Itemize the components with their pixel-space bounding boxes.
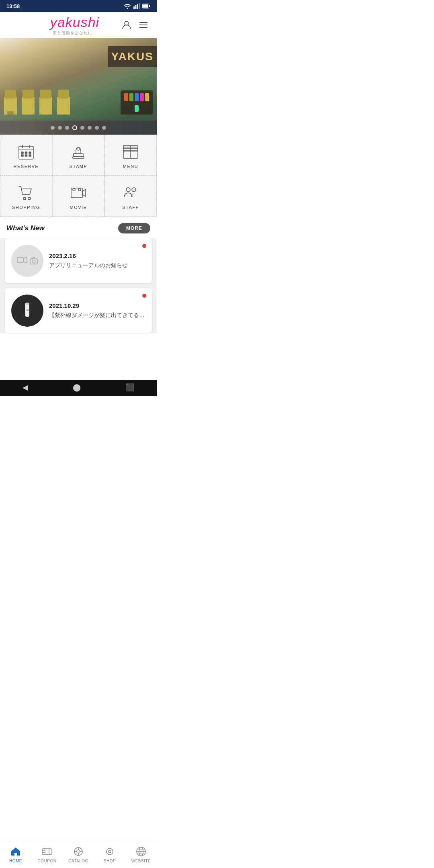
svg-rect-3 [139, 3, 140, 9]
svg-rect-16 [25, 152, 27, 154]
svg-point-36 [73, 188, 75, 191]
svg-rect-19 [25, 155, 27, 156]
news-card-1[interactable]: 2023.2.16 アプリリニューアルのお知らせ [5, 238, 152, 283]
whats-new-header: What's New MORE [0, 217, 157, 238]
svg-rect-15 [21, 152, 23, 154]
calendar-icon [17, 143, 35, 161]
stamp-icon [70, 143, 87, 161]
news-text-1: アプリリニューアルのお知らせ [49, 262, 145, 270]
signal-icon [133, 3, 140, 9]
svg-point-38 [126, 188, 130, 192]
svg-point-39 [132, 188, 136, 192]
menu-button[interactable]: MENU [104, 135, 157, 176]
slide-dot-1[interactable] [51, 126, 55, 130]
svg-rect-6 [149, 5, 150, 7]
staff-label: STAFF [122, 205, 139, 210]
svg-marker-41 [23, 257, 27, 263]
news-image-icon-1 [16, 255, 28, 266]
more-button[interactable]: MORE [118, 223, 150, 233]
news-image-icon-2: milbon [17, 301, 37, 321]
svg-point-37 [78, 188, 81, 191]
svg-rect-18 [21, 155, 23, 156]
svg-rect-17 [29, 152, 31, 154]
wifi-icon [124, 3, 131, 9]
menu-icon[interactable] [138, 20, 149, 30]
logo-text: yakushi [50, 14, 99, 30]
svg-rect-21 [74, 154, 83, 157]
android-nav-bar: ◀ ⬤ ⬛ [0, 380, 157, 396]
svg-rect-20 [29, 155, 31, 156]
svg-rect-40 [17, 258, 23, 262]
movie-button[interactable]: MOVIE [52, 176, 104, 217]
shopping-button[interactable]: SHOPPING [0, 176, 52, 217]
whats-new-title: What's New [6, 224, 45, 232]
feature-grid: RESERVE STAMP [0, 135, 157, 217]
logo-subtitle: 美と感動をあなたに… [53, 30, 97, 36]
news-date-2: 2021.10.29 [49, 302, 145, 309]
svg-text:milbon: milbon [26, 309, 32, 311]
status-bar: 13:58 [0, 0, 157, 12]
shopping-label: SHOPPING [12, 205, 40, 210]
cart-icon [17, 184, 35, 202]
slide-dot-7[interactable] [95, 126, 99, 130]
slide-dot-4[interactable] [72, 125, 77, 130]
status-icons [124, 3, 150, 9]
svg-rect-22 [73, 157, 84, 158]
slide-dot-3[interactable] [65, 126, 69, 130]
slide-dot-5[interactable] [80, 126, 84, 130]
news-text-2: 【紫外線ダメージが髪に出てきてる… [49, 311, 145, 319]
news-section: 2023.2.16 アプリリニューアルのお知らせ milbon 2021.10.… [0, 238, 157, 333]
svg-rect-2 [137, 4, 138, 9]
header: yakushi 美と感動をあなたに… [0, 12, 157, 38]
battery-icon [142, 4, 150, 8]
home-button[interactable]: ⬤ [73, 383, 81, 392]
staff-button[interactable]: STAFF [104, 176, 157, 217]
svg-point-34 [28, 197, 31, 200]
hero-image: YAKUS [0, 38, 157, 135]
camera-icon-1 [29, 256, 38, 265]
slide-dot-8[interactable] [102, 126, 106, 130]
svg-rect-0 [133, 6, 135, 9]
news-thumb-1 [11, 245, 43, 277]
svg-point-23 [77, 147, 80, 150]
news-badge-2 [142, 294, 146, 298]
reserve-label: RESERVE [14, 164, 39, 169]
slide-indicators [0, 121, 157, 135]
stamp-button[interactable]: STAMP [52, 135, 104, 176]
staff-icon [122, 184, 139, 202]
slide-dot-6[interactable] [88, 126, 92, 130]
news-body-2: 2021.10.29 【紫外線ダメージが髪に出てきてる… [49, 302, 145, 319]
news-thumb-2: milbon [11, 295, 43, 327]
slide-dot-2[interactable] [58, 126, 62, 130]
stamp-label: STAMP [70, 164, 88, 169]
main-content: YAKUS [0, 38, 157, 380]
movie-icon [70, 184, 87, 202]
news-badge-1 [142, 244, 146, 248]
recents-button[interactable]: ⬛ [125, 383, 134, 392]
menu-label: MENU [123, 164, 138, 169]
svg-rect-1 [135, 5, 137, 9]
back-button[interactable]: ◀ [23, 383, 28, 392]
hero-banner: YAKUS [0, 38, 157, 135]
status-time: 13:58 [6, 3, 20, 9]
header-icons [121, 20, 149, 30]
book-icon [122, 143, 139, 161]
svg-point-33 [23, 197, 26, 200]
movie-label: MOVIE [70, 205, 87, 210]
news-date-1: 2023.2.16 [49, 252, 145, 259]
svg-point-43 [32, 260, 35, 263]
svg-rect-5 [143, 4, 148, 8]
news-card-2[interactable]: milbon 2021.10.29 【紫外線ダメージが髪に出てきてる… [5, 288, 152, 333]
logo-container: yakushi 美と感動をあなたに… [28, 14, 121, 36]
svg-rect-45 [26, 303, 29, 305]
news-body-1: 2023.2.16 アプリリニューアルのお知らせ [49, 252, 145, 270]
reserve-button[interactable]: RESERVE [0, 135, 52, 176]
profile-icon[interactable] [121, 20, 132, 30]
